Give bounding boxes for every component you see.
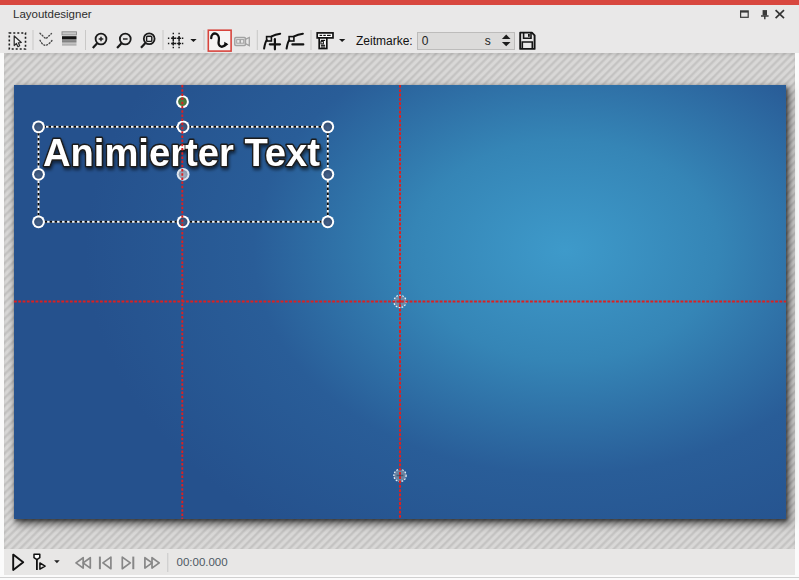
svg-text:00:00.000: 00:00.000 [177, 556, 228, 568]
